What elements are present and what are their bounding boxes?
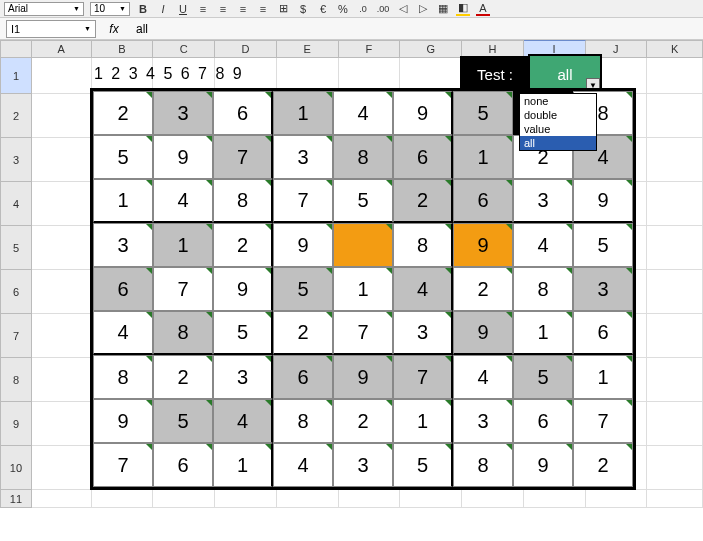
row-header[interactable]: 11 [0, 490, 32, 508]
row-header[interactable]: 3 [0, 138, 32, 182]
sudoku-cell[interactable]: 7 [273, 179, 333, 223]
sudoku-cell[interactable]: 6 [93, 267, 153, 311]
cell[interactable] [647, 58, 703, 94]
align-justify-icon[interactable]: ≡ [256, 2, 270, 16]
sudoku-cell[interactable]: 8 [453, 443, 513, 487]
sudoku-cell[interactable]: 1 [513, 311, 573, 355]
cell[interactable] [400, 490, 462, 508]
row-header[interactable]: 7 [0, 314, 32, 358]
row-header[interactable]: 6 [0, 270, 32, 314]
row-header[interactable]: 1 [0, 58, 32, 94]
sudoku-cell[interactable]: 3 [153, 91, 213, 135]
indent-dec-icon[interactable]: ◁ [396, 2, 410, 16]
sudoku-cell[interactable]: 8 [273, 399, 333, 443]
sudoku-cell[interactable]: 5 [333, 179, 393, 223]
cell[interactable] [647, 94, 703, 138]
sudoku-cell[interactable]: 1 [213, 443, 273, 487]
cell[interactable] [647, 226, 703, 270]
sudoku-cell[interactable]: 1 [453, 135, 513, 179]
row-header[interactable]: 4 [0, 182, 32, 226]
formula-input[interactable]: all [132, 22, 703, 36]
fill-color-icon[interactable]: ◧ [456, 2, 470, 16]
sudoku-cell[interactable]: 8 [513, 267, 573, 311]
percent-icon[interactable]: % [336, 2, 350, 16]
font-color-icon[interactable]: A [476, 2, 490, 16]
cell[interactable] [647, 270, 703, 314]
sudoku-cell[interactable]: 5 [393, 443, 453, 487]
euro-icon[interactable]: € [316, 2, 330, 16]
sudoku-cell[interactable]: 4 [513, 223, 573, 267]
sudoku-cell[interactable]: 1 [93, 179, 153, 223]
cell[interactable] [32, 226, 92, 270]
font-size-combo[interactable]: 10 ▼ [90, 2, 130, 16]
sudoku-cell[interactable]: 6 [393, 135, 453, 179]
merge-cells-icon[interactable]: ⊞ [276, 2, 290, 16]
sudoku-cell[interactable]: 4 [213, 399, 273, 443]
sudoku-cell[interactable]: 9 [333, 355, 393, 399]
dropdown-option[interactable]: value [520, 122, 596, 136]
row-header[interactable]: 9 [0, 402, 32, 446]
sudoku-cell[interactable]: 8 [153, 311, 213, 355]
cell[interactable] [32, 314, 92, 358]
cell[interactable] [32, 94, 92, 138]
name-box[interactable]: I1 ▼ [6, 20, 96, 38]
sudoku-cell[interactable]: 7 [573, 399, 633, 443]
sudoku-cell[interactable]: 2 [273, 311, 333, 355]
sudoku-cell[interactable]: 6 [513, 399, 573, 443]
cell[interactable] [153, 490, 215, 508]
sudoku-cell[interactable]: 3 [573, 267, 633, 311]
column-header[interactable]: K [647, 40, 703, 58]
cell[interactable] [32, 446, 92, 490]
cell[interactable] [32, 58, 92, 94]
sudoku-cell[interactable]: 3 [513, 179, 573, 223]
sudoku-cell[interactable]: 9 [213, 267, 273, 311]
row-header[interactable]: 2 [0, 94, 32, 138]
sudoku-cell[interactable]: 3 [393, 311, 453, 355]
cell[interactable] [647, 490, 703, 508]
sudoku-cell[interactable]: 3 [213, 355, 273, 399]
cell[interactable] [32, 358, 92, 402]
sudoku-cell[interactable]: 6 [213, 91, 273, 135]
cell[interactable] [277, 490, 339, 508]
sudoku-cell[interactable]: 7 [393, 355, 453, 399]
sudoku-cell[interactable]: 1 [393, 399, 453, 443]
sudoku-cell[interactable]: 9 [513, 443, 573, 487]
sudoku-cell[interactable]: 2 [93, 91, 153, 135]
cell[interactable] [32, 490, 92, 508]
decimal-inc-icon[interactable]: .0 [356, 2, 370, 16]
cell[interactable] [92, 490, 154, 508]
validation-dropdown-list[interactable]: nonedoublevalueall [519, 93, 597, 151]
sudoku-cell[interactable]: 7 [213, 135, 273, 179]
sudoku-cell[interactable]: 9 [453, 311, 513, 355]
sudoku-cell[interactable]: 3 [453, 399, 513, 443]
sudoku-cell[interactable]: 8 [393, 223, 453, 267]
dropdown-option[interactable]: double [520, 108, 596, 122]
currency-icon[interactable]: $ [296, 2, 310, 16]
row-header[interactable]: 5 [0, 226, 32, 270]
sudoku-cell[interactable]: 5 [213, 311, 273, 355]
cell[interactable] [647, 314, 703, 358]
align-right-icon[interactable]: ≡ [236, 2, 250, 16]
select-all-corner[interactable] [0, 40, 32, 58]
sudoku-cell[interactable]: 5 [513, 355, 573, 399]
sudoku-cell[interactable]: 2 [573, 443, 633, 487]
row-header[interactable]: 8 [0, 358, 32, 402]
sudoku-cell[interactable]: 7 [153, 267, 213, 311]
sudoku-cell[interactable]: 4 [93, 311, 153, 355]
cell[interactable] [32, 182, 92, 226]
cell[interactable] [647, 358, 703, 402]
sudoku-cell[interactable]: 9 [453, 223, 513, 267]
cell[interactable] [32, 402, 92, 446]
cell[interactable] [647, 446, 703, 490]
sudoku-cell[interactable]: 2 [393, 179, 453, 223]
sudoku-cell[interactable]: 5 [273, 267, 333, 311]
sudoku-cell[interactable]: 7 [333, 311, 393, 355]
sudoku-cell[interactable]: 6 [573, 311, 633, 355]
cell[interactable] [647, 402, 703, 446]
italic-icon[interactable]: I [156, 2, 170, 16]
sudoku-cell[interactable]: 8 [93, 355, 153, 399]
sudoku-cell[interactable]: 8 [213, 179, 273, 223]
align-center-icon[interactable]: ≡ [216, 2, 230, 16]
dropdown-option[interactable]: all [520, 136, 596, 150]
cell[interactable] [462, 490, 524, 508]
